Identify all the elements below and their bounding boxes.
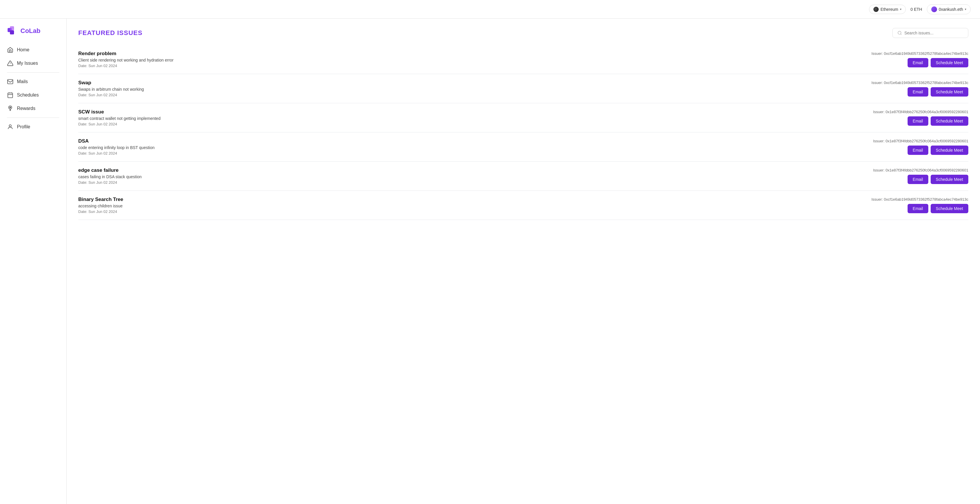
issue-row: DSA code entering infinity loop in BST q… xyxy=(78,132,968,162)
search-icon xyxy=(897,31,902,35)
email-button-1[interactable]: Email xyxy=(908,87,928,97)
schedule-button-4[interactable]: Schedule Meet xyxy=(931,175,968,184)
logo-area: CoLab xyxy=(0,26,66,43)
wallet-address: 0xankush.eth xyxy=(939,7,963,12)
email-button-5[interactable]: Email xyxy=(908,204,928,213)
issue-actions-5: Email Schedule Meet xyxy=(908,204,968,213)
email-button-4[interactable]: Email xyxy=(908,175,928,184)
issue-actions-4: Email Schedule Meet xyxy=(908,175,968,184)
sidebar-item-schedules[interactable]: Schedules xyxy=(2,89,64,102)
issue-date-1: Date: Sun Jun 02 2024 xyxy=(78,93,869,97)
sidebar: CoLab Home My Issues xyxy=(0,19,67,504)
issue-date-2: Date: Sun Jun 02 2024 xyxy=(78,122,869,126)
issue-row: edge case failure cases failing in DSA s… xyxy=(78,162,968,191)
svg-point-13 xyxy=(898,31,901,35)
calendar-icon xyxy=(7,92,13,98)
issue-desc-2: smart contract wallet not getting implem… xyxy=(78,116,869,121)
issue-actions-3: Email Schedule Meet xyxy=(908,146,968,155)
issue-row: SCW issue smart contract wallet not gett… xyxy=(78,103,968,132)
issuer-text-0: Issuer: 0xcf1e6ab1949d0573362f5278fabca4… xyxy=(871,51,968,56)
issue-desc-0: Client side rendering not working and hy… xyxy=(78,58,869,62)
rewards-icon xyxy=(7,105,13,112)
sidebar-item-schedules-label: Schedules xyxy=(17,92,39,98)
sidebar-item-mails[interactable]: Mails xyxy=(2,75,64,89)
svg-rect-6 xyxy=(8,93,13,98)
logo-icon xyxy=(7,26,18,36)
issue-row: Binary Search Tree accessing children is… xyxy=(78,191,968,220)
issue-actions-2: Email Schedule Meet xyxy=(908,116,968,126)
svg-rect-2 xyxy=(10,30,14,35)
sidebar-item-rewards-label: Rewards xyxy=(17,106,35,111)
issue-row: Render problem Client side rendering not… xyxy=(78,45,968,74)
issue-left-4: edge case failure cases failing in DSA s… xyxy=(78,167,869,185)
email-button-0[interactable]: Email xyxy=(908,58,928,67)
issue-right-2: Issuer: 0x1e87f3f4fdbb276250fc064a3cf006… xyxy=(869,110,968,126)
home-icon xyxy=(7,47,13,53)
nav-divider-2 xyxy=(7,117,59,118)
issue-title-0: Render problem xyxy=(78,51,869,57)
page-title: FEATURED ISSUES xyxy=(78,29,143,37)
page-header: FEATURED ISSUES xyxy=(78,28,968,38)
top-header: Ethereum ▾ 0 ETH 0xankush.eth ▾ xyxy=(0,0,980,19)
network-label: Ethereum xyxy=(880,7,898,12)
network-dot-icon xyxy=(873,7,879,12)
schedule-button-5[interactable]: Schedule Meet xyxy=(931,204,968,213)
issuer-text-1: Issuer: 0xcf1e6ab1949d0573362f5278fabca4… xyxy=(871,81,968,85)
search-box[interactable] xyxy=(892,28,968,38)
app-name: CoLab xyxy=(21,27,40,35)
alert-icon xyxy=(7,60,13,67)
issues-list: Render problem Client side rendering not… xyxy=(78,45,968,220)
issue-title-2: SCW issue xyxy=(78,109,869,115)
schedule-button-0[interactable]: Schedule Meet xyxy=(931,58,968,67)
issue-desc-5: accessing children issue xyxy=(78,204,869,208)
issue-date-4: Date: Sun Jun 02 2024 xyxy=(78,180,869,185)
svg-point-11 xyxy=(10,107,11,108)
schedule-button-3[interactable]: Schedule Meet xyxy=(931,146,968,155)
issue-right-1: Issuer: 0xcf1e6ab1949d0573362f5278fabca4… xyxy=(869,81,968,97)
issuer-text-2: Issuer: 0x1e87f3f4fdbb276250fc064a3cf006… xyxy=(873,110,968,114)
issuer-text-4: Issuer: 0x1e87f3f4fdbb276250fc064a3cf006… xyxy=(873,168,968,173)
issue-row: Swap Swaps in arbitrum chain not working… xyxy=(78,74,968,103)
network-selector[interactable]: Ethereum ▾ xyxy=(869,5,906,14)
issue-date-0: Date: Sun Jun 02 2024 xyxy=(78,63,869,68)
issue-left-2: SCW issue smart contract wallet not gett… xyxy=(78,109,869,126)
sidebar-item-mails-label: Mails xyxy=(17,79,28,84)
issue-right-4: Issuer: 0x1e87f3f4fdbb276250fc064a3cf006… xyxy=(869,168,968,184)
wallet-selector[interactable]: 0xankush.eth ▾ xyxy=(927,5,970,14)
schedule-button-2[interactable]: Schedule Meet xyxy=(931,116,968,126)
svg-line-14 xyxy=(900,34,902,35)
email-button-3[interactable]: Email xyxy=(908,146,928,155)
sidebar-item-profile[interactable]: Profile xyxy=(2,120,64,133)
svg-point-12 xyxy=(9,125,11,127)
email-button-2[interactable]: Email xyxy=(908,116,928,126)
svg-rect-1 xyxy=(10,26,14,30)
sidebar-item-my-issues[interactable]: My Issues xyxy=(2,57,64,70)
issue-desc-4: cases failing in DSA stack question xyxy=(78,174,869,179)
issue-left-0: Render problem Client side rendering not… xyxy=(78,51,869,68)
header-right: Ethereum ▾ 0 ETH 0xankush.eth ▾ xyxy=(869,5,970,14)
issuer-text-3: Issuer: 0x1e87f3f4fdbb276250fc064a3cf006… xyxy=(873,139,968,143)
issue-actions-1: Email Schedule Meet xyxy=(908,87,968,97)
profile-icon xyxy=(7,124,13,130)
wallet-chevron-icon: ▾ xyxy=(965,8,966,11)
svg-rect-5 xyxy=(8,79,13,84)
layout: CoLab Home My Issues xyxy=(0,19,980,504)
issue-desc-3: code entering infinity loop in BST quest… xyxy=(78,145,869,150)
issue-title-5: Binary Search Tree xyxy=(78,197,869,203)
network-chevron-icon: ▾ xyxy=(900,8,902,11)
issue-right-5: Issuer: 0xcf1e6ab1949d0573362f5278fabca4… xyxy=(869,197,968,213)
sidebar-item-profile-label: Profile xyxy=(17,124,30,130)
schedule-button-1[interactable]: Schedule Meet xyxy=(931,87,968,97)
issue-date-3: Date: Sun Jun 02 2024 xyxy=(78,151,869,155)
nav-divider-1 xyxy=(7,72,59,73)
issue-title-1: Swap xyxy=(78,80,869,86)
sidebar-item-rewards[interactable]: Rewards xyxy=(2,102,64,115)
main-content: FEATURED ISSUES Render problem Client si… xyxy=(67,19,980,504)
issue-date-5: Date: Sun Jun 02 2024 xyxy=(78,209,869,214)
issue-desc-1: Swaps in arbitrum chain not working xyxy=(78,87,869,92)
search-input[interactable] xyxy=(904,31,963,35)
issuer-text-5: Issuer: 0xcf1e6ab1949d0573362f5278fabca4… xyxy=(871,197,968,201)
issue-left-1: Swap Swaps in arbitrum chain not working… xyxy=(78,80,869,97)
sidebar-item-home[interactable]: Home xyxy=(2,43,64,57)
issue-title-4: edge case failure xyxy=(78,167,869,173)
